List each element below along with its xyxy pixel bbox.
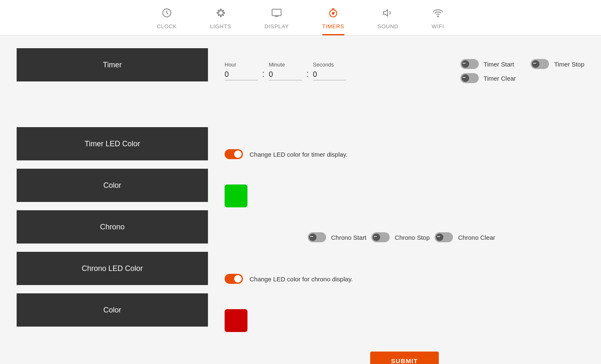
- timer-color-swatch[interactable]: [225, 184, 247, 207]
- spacer-after-timer: [225, 90, 584, 131]
- timer-led-description: Change LED color for timer display.: [250, 151, 348, 158]
- chrono-clear-label: Chrono Clear: [458, 234, 495, 241]
- svg-point-3: [220, 16, 221, 17]
- chrono-label: Chrono: [17, 210, 208, 243]
- chrono-stop-row: Chrono Stop: [371, 232, 430, 242]
- nav-display-label: DISPLAY: [265, 23, 289, 30]
- nav-sound[interactable]: SOUND: [378, 7, 398, 35]
- nav-clock-label: CLOCK: [157, 23, 177, 30]
- chrono-led-toggle[interactable]: [225, 274, 243, 284]
- svg-point-2: [220, 9, 221, 10]
- chrono-led-color-label: Chrono LED Color: [17, 252, 208, 285]
- svg-point-8: [223, 10, 224, 11]
- nav-display[interactable]: DISPLAY: [265, 7, 289, 35]
- timer-section: Hour : Minute : Seconds: [225, 48, 584, 90]
- nav-sound-label: SOUND: [378, 23, 398, 30]
- timer-stop-toggle[interactable]: [531, 59, 549, 69]
- chrono-start-toggle[interactable]: [308, 232, 326, 242]
- svg-point-9: [218, 15, 219, 16]
- svg-rect-10: [272, 9, 281, 15]
- chrono-color-swatch[interactable]: [225, 309, 247, 332]
- svg-point-19: [438, 16, 438, 17]
- chrono-stop-toggle[interactable]: [371, 232, 390, 242]
- timer-start-label: Timer Start: [484, 61, 514, 68]
- nav-timers-label: TIMERS: [322, 23, 344, 30]
- svg-point-5: [223, 12, 225, 14]
- minute-field: Minute: [269, 61, 302, 81]
- minute-label: Minute: [269, 61, 302, 68]
- svg-point-4: [217, 12, 218, 14]
- seconds-label: Seconds: [313, 61, 346, 68]
- hour-field: Hour: [225, 61, 258, 81]
- display-icon: [271, 7, 282, 21]
- sep2: :: [306, 69, 309, 79]
- nav-timers[interactable]: TIMERS: [322, 7, 344, 35]
- chrono-controls: Chrono Start Chrono Stop Chrono Clear: [308, 232, 495, 242]
- timer-led-slider: [225, 149, 243, 159]
- chrono-led-section: Change LED color for chrono display.: [225, 260, 584, 298]
- chrono-clear-slider: [435, 232, 453, 242]
- chrono-start-slider: [308, 232, 326, 242]
- color2-label: Color: [17, 293, 208, 327]
- chrono-led-description: Change LED color for chrono display.: [250, 275, 353, 283]
- nav-lights[interactable]: LIGHTS: [210, 7, 231, 35]
- chrono-section: Chrono Start Chrono Stop Chrono Clear: [225, 219, 584, 256]
- timer-stop-slider: [531, 59, 549, 69]
- chrono-led-slider: [225, 274, 243, 284]
- chrono-start-row: Chrono Start: [308, 232, 366, 242]
- time-inputs: Hour : Minute : Seconds: [225, 61, 346, 81]
- seconds-field: Seconds: [313, 61, 346, 81]
- clock-icon: [161, 7, 172, 21]
- timer-start-toggle[interactable]: [460, 59, 479, 69]
- timer-clear-label: Timer Clear: [484, 75, 516, 82]
- timer-controls: Timer Start Timer Stop: [460, 59, 584, 83]
- svg-point-7: [223, 15, 224, 16]
- timer-stop-label: Timer Stop: [554, 61, 584, 68]
- chrono-stop-slider: [371, 232, 390, 242]
- timers-icon: [328, 7, 339, 21]
- submit-button[interactable]: SUBMIT: [370, 352, 439, 364]
- main-content: Timer Timer LED Color Color Chrono Chron…: [0, 36, 601, 364]
- svg-point-6: [218, 10, 219, 11]
- color1-section: [225, 177, 584, 214]
- minute-input[interactable]: [269, 69, 302, 81]
- chrono-clear-row: Chrono Clear: [435, 232, 495, 242]
- nav-wifi-label: WIFI: [432, 23, 444, 30]
- timer-stop-row: Timer Stop: [531, 59, 584, 69]
- navigation: CLOCK LIGHTS DISPLAY: [0, 0, 601, 36]
- hour-label: Hour: [225, 61, 258, 68]
- nav-lights-label: LIGHTS: [210, 23, 231, 30]
- timer-label: Timer: [17, 48, 208, 81]
- submit-area: SUBMIT Version: 2.0.2: [225, 352, 584, 364]
- chrono-stop-label: Chrono Stop: [395, 234, 430, 241]
- lights-icon: [215, 7, 226, 21]
- svg-marker-18: [383, 10, 388, 16]
- nav-clock[interactable]: CLOCK: [157, 7, 177, 35]
- chrono-clear-toggle[interactable]: [435, 232, 453, 242]
- color2-section: [225, 302, 584, 339]
- timer-led-toggle[interactable]: [225, 149, 243, 159]
- wifi-icon: [433, 7, 443, 21]
- labels-column: Timer Timer LED Color Color Chrono Chron…: [17, 48, 208, 364]
- sound-icon: [383, 7, 393, 21]
- timer-led-section: Change LED color for timer display.: [225, 135, 584, 173]
- content-column: Hour : Minute : Seconds: [225, 48, 584, 364]
- timer-start-row: Timer Start: [460, 59, 514, 69]
- nav-wifi[interactable]: WIFI: [432, 7, 444, 35]
- timer-clear-slider: [460, 73, 479, 83]
- timer-led-color-label: Timer LED Color: [17, 127, 208, 160]
- timer-clear-row: Timer Clear: [460, 73, 584, 83]
- timer-start-slider: [460, 59, 479, 69]
- sep1: :: [262, 69, 265, 79]
- hour-input[interactable]: [225, 69, 258, 81]
- timer-clear-toggle[interactable]: [460, 73, 479, 83]
- color1-label: Color: [17, 169, 208, 202]
- chrono-start-label: Chrono Start: [331, 234, 366, 241]
- seconds-input[interactable]: [313, 69, 346, 81]
